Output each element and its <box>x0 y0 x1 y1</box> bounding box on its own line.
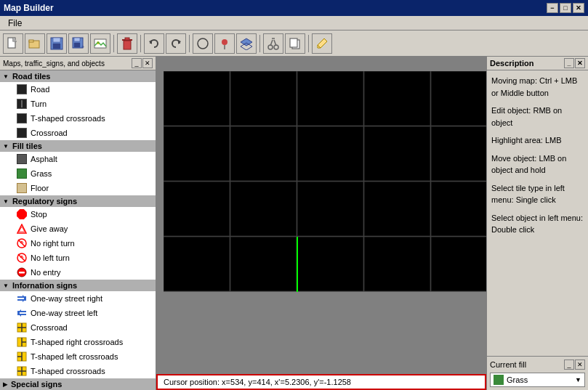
fill-header: Current fill _ ✕ <box>490 359 585 370</box>
desc-close-button[interactable]: ✕ <box>575 58 585 68</box>
item-no-right-turn[interactable]: No right turn <box>0 236 156 251</box>
circle-tool-button[interactable] <box>193 33 213 54</box>
section-information-signs[interactable]: ▼ Infornation signs <box>0 280 156 291</box>
crossroad-road-icon <box>16 127 28 139</box>
layers-button[interactable] <box>236 33 257 54</box>
fill-close-button[interactable]: ✕ <box>575 359 585 370</box>
svg-rect-74 <box>230 237 297 291</box>
pin-button[interactable] <box>214 33 235 54</box>
svg-rect-72 <box>431 182 486 236</box>
svg-marker-17 <box>178 40 181 44</box>
tree-area: ▼ Road tiles Road Turn T-shaped crossroa… <box>0 70 156 390</box>
svg-rect-15 <box>125 38 129 40</box>
left-panel: Maps, traffic_signs, and objects _ ✕ ▼ R… <box>0 57 156 390</box>
menu-file[interactable]: File <box>4 17 26 30</box>
item-no-entry[interactable]: No entry <box>0 265 156 280</box>
desc-minimize-button[interactable]: _ <box>564 58 574 68</box>
desc-entry-3: Move object: LMB on object and hold <box>491 153 584 176</box>
section-road-tiles-label: Road tiles <box>12 72 51 81</box>
svg-rect-63 <box>164 126 230 181</box>
item-no-right-turn-label: No right turn <box>31 239 75 248</box>
svg-rect-62 <box>431 71 486 126</box>
item-oneway-right[interactable]: One-way street right <box>0 291 156 306</box>
expand-regulatory-signs-icon: ▼ <box>3 198 9 205</box>
svg-rect-42 <box>17 298 24 299</box>
description-header: Description _ ✕ <box>487 57 588 70</box>
expand-fill-tiles-icon: ▼ <box>3 143 9 150</box>
new-button[interactable] <box>3 33 23 54</box>
undo-button[interactable] <box>144 33 164 54</box>
fill-dropdown[interactable]: Grass ▼ <box>490 373 585 387</box>
grass-icon <box>16 168 28 179</box>
crossroad-info-icon <box>16 322 28 333</box>
section-regulatory-signs[interactable]: ▼ Regulatory signs <box>0 195 156 207</box>
section-road-tiles[interactable]: ▼ Road tiles <box>0 70 156 82</box>
panel-minimize-button[interactable]: _ <box>132 58 142 68</box>
save-button[interactable] <box>47 33 67 54</box>
close-button[interactable]: ✕ <box>573 3 584 13</box>
copy-button[interactable] <box>285 33 305 54</box>
item-road[interactable]: Road <box>0 82 156 97</box>
item-crossroad-info[interactable]: Crossroad <box>0 320 156 335</box>
expand-special-signs-icon: ▶ <box>3 381 7 388</box>
svg-rect-59 <box>230 71 297 126</box>
toolbar-separator-2 <box>140 35 141 52</box>
dropdown-arrow-icon: ▼ <box>575 376 581 383</box>
give-away-icon <box>16 223 28 235</box>
save-as-button[interactable]: + <box>68 33 89 54</box>
section-special-signs[interactable]: ▶ Special signs <box>0 378 156 390</box>
svg-rect-3 <box>29 40 33 42</box>
minimize-button[interactable]: − <box>547 3 558 13</box>
cut-button[interactable] <box>263 33 283 54</box>
delete-button[interactable] <box>117 33 137 54</box>
panel-close-button[interactable]: ✕ <box>142 58 153 68</box>
item-t-shaped-crossroads-info[interactable]: T-shaped crossroads <box>0 364 156 378</box>
item-turn[interactable]: Turn <box>0 97 156 111</box>
item-no-entry-label: No entry <box>31 268 61 277</box>
panel-close-buttons: _ ✕ <box>132 58 153 68</box>
svg-rect-64 <box>230 126 297 181</box>
toolbar-separator-3 <box>189 35 190 52</box>
export-image-button[interactable] <box>90 33 110 54</box>
svg-rect-75 <box>297 237 363 291</box>
description-title: Description <box>490 59 534 68</box>
pencil-button[interactable] <box>312 33 332 54</box>
desc-close-buttons: _ ✕ <box>564 58 585 68</box>
desc-entry-5: Select object in left menu: Double click <box>491 212 584 236</box>
oneway-left-icon <box>16 307 28 319</box>
item-t-shaped-right-crossroads[interactable]: T-shaped right crossroads <box>0 335 156 349</box>
item-stop[interactable]: Stop <box>0 207 156 222</box>
canvas-area[interactable]: Cursor position: x=534, y=414, x'=5.2306… <box>156 57 486 390</box>
section-fill-tiles-label: Fill tiles <box>12 142 42 150</box>
item-oneway-left[interactable]: One-way street left <box>0 306 156 320</box>
right-panel: Description _ ✕ Moving map: Ctrl + LMB o… <box>486 57 588 390</box>
item-oneway-right-label: One-way street right <box>31 294 102 303</box>
fill-minimize-button[interactable]: _ <box>564 359 574 370</box>
svg-rect-73 <box>164 237 230 291</box>
toolbar-separator-5 <box>308 35 309 52</box>
open-button[interactable] <box>25 33 45 54</box>
item-floor[interactable]: Floor <box>0 181 156 195</box>
item-t-shaped-crossroads-road-label: T-shaped crossroads <box>31 114 105 123</box>
item-crossroad-road[interactable]: Crossroad <box>0 126 156 140</box>
oneway-right-icon <box>16 293 28 304</box>
fill-value: Grass <box>507 375 528 384</box>
road-icon <box>16 84 28 95</box>
t-shaped-right-crossroads-icon <box>16 336 28 348</box>
item-give-away[interactable]: Give away <box>0 222 156 236</box>
item-crossroad-info-label: Crossroad <box>31 323 68 332</box>
item-grass[interactable]: Grass <box>0 166 156 181</box>
item-t-shaped-left-crossroads[interactable]: T-shaped left crossroads <box>0 349 156 364</box>
svg-rect-65 <box>297 126 363 181</box>
section-fill-tiles[interactable]: ▼ Fill tiles <box>0 140 156 152</box>
item-no-left-turn[interactable]: No left turn <box>0 251 156 265</box>
window-controls: − □ ✕ <box>547 3 584 13</box>
restore-button[interactable]: □ <box>560 3 571 13</box>
svg-rect-66 <box>364 126 430 181</box>
redo-button[interactable] <box>166 33 186 54</box>
current-fill-label: Current fill <box>490 360 526 369</box>
t-shaped-crossroads-road-icon <box>16 113 28 124</box>
item-t-shaped-crossroads-road[interactable]: T-shaped crossroads <box>0 111 156 126</box>
map-grid[interactable] <box>164 71 486 293</box>
item-asphalt[interactable]: Asphalt <box>0 152 156 166</box>
